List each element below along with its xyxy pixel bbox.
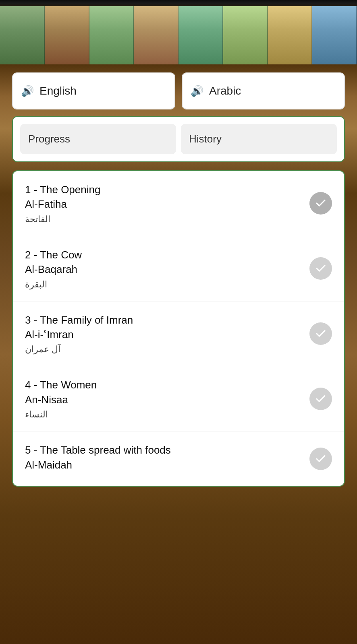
surah-item-4[interactable]: 4 - The Women An-Nisaa النساء [13,366,344,431]
speaker-icon-arabic: 🔊 [191,85,203,97]
check-circle-2 [309,257,332,280]
main-content: 🔊 English 🔊 Arabic Progress History 1 - … [0,64,357,495]
surah-arabic-3: آل عمران [25,344,303,355]
book-spine-8 [312,6,357,64]
surah-text-3: 3 - The Family of Imran Al-i-ʿImran آل ع… [25,313,303,355]
book-spine-1 [0,6,45,64]
history-label: History [189,133,222,145]
surah-arabic-1: الفاتحة [25,214,303,225]
book-spine-4 [134,6,178,64]
toggle-buttons: Progress History [20,124,337,154]
book-spine-3 [89,6,134,64]
surah-title-1: 1 - The Opening Al-Fatiha [25,182,303,212]
surah-arabic-4: النساء [25,409,303,420]
surah-text-4: 4 - The Women An-Nisaa النساء [25,378,303,420]
surah-item-5[interactable]: 5 - The Table spread with foods Al-Maida… [13,431,344,486]
surah-title-3: 3 - The Family of Imran Al-i-ʿImran [25,313,303,342]
check-circle-5 [309,448,332,470]
surah-arabic-2: البقرة [25,279,303,290]
progress-button[interactable]: Progress [20,124,176,154]
book-spine-5 [178,6,223,64]
check-circle-4 [309,388,332,410]
bookshelf-header [0,0,357,64]
book-spines [0,0,357,64]
surah-text-1: 1 - The Opening Al-Fatiha الفاتحة [25,182,303,225]
surah-list: 1 - The Opening Al-Fatiha الفاتحة 2 - Th… [12,170,345,487]
surah-text-2: 2 - The Cow Al-Baqarah البقرة [25,248,303,290]
surah-text-5: 5 - The Table spread with foods Al-Maida… [25,443,303,475]
language-buttons: 🔊 English 🔊 Arabic [12,72,345,109]
book-spine-2 [45,6,89,64]
check-circle-3 [309,322,332,345]
surah-title-4: 4 - The Women An-Nisaa [25,378,303,407]
arabic-label: Arabic [209,85,241,97]
arabic-language-button[interactable]: 🔊 Arabic [182,72,345,109]
book-spine-6 [223,6,268,64]
english-label: English [39,85,77,97]
check-circle-1 [309,192,332,215]
progress-label: Progress [28,133,70,145]
surah-item-1[interactable]: 1 - The Opening Al-Fatiha الفاتحة [13,171,344,236]
speaker-icon-english: 🔊 [21,85,34,97]
surah-item-2[interactable]: 2 - The Cow Al-Baqarah البقرة [13,236,344,301]
surah-item-3[interactable]: 3 - The Family of Imran Al-i-ʿImran آل ع… [13,301,344,367]
surah-title-2: 2 - The Cow Al-Baqarah [25,248,303,277]
book-spine-7 [268,6,313,64]
english-language-button[interactable]: 🔊 English [12,72,175,109]
surah-title-5: 5 - The Table spread with foods Al-Maida… [25,443,303,472]
history-button[interactable]: History [181,124,337,154]
toggle-container: Progress History [12,116,345,162]
